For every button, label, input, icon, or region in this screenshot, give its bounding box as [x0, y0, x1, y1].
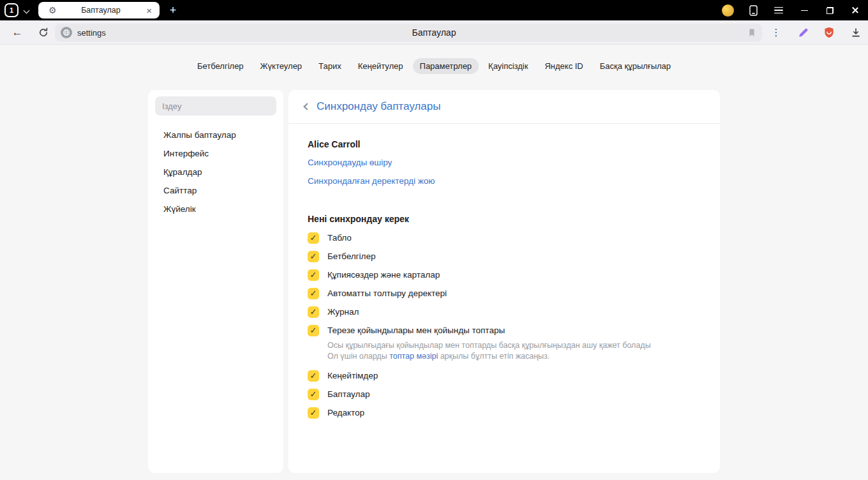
- editor-pen-button[interactable]: [795, 25, 811, 40]
- list-item: ✓ Кеңейтімдер: [308, 366, 701, 385]
- list-item: ✓ Редактор: [308, 403, 701, 422]
- minimize-icon: [801, 10, 808, 11]
- hamburger-icon: [774, 7, 783, 14]
- download-button[interactable]: [848, 25, 864, 40]
- browser-toolbar: ← settings Баптаулар ⋮: [0, 20, 868, 45]
- shield-icon: [824, 27, 834, 38]
- description-line: Ол үшін оларды топтар мәзірі арқылы бұлт…: [327, 351, 701, 362]
- sync-checkbox-list: ✓ Табло: [308, 229, 701, 422]
- settings-nav: Бетбелгілер Жүктеулер Тарих Кеңейтулер П…: [0, 45, 868, 74]
- nav-tab[interactable]: Параметрлер: [413, 58, 479, 74]
- sync-links: Синхрондауды өшіру Синхрондалған деректе…: [308, 156, 701, 188]
- checkmark-icon: ✓: [310, 252, 317, 260]
- search-wrap: [155, 96, 276, 116]
- checkmark-icon: ✓: [310, 409, 317, 417]
- browser-tab[interactable]: ⚙ Баптаулар ×: [38, 2, 160, 19]
- checkbox-label: Құпиясөздер және карталар: [327, 270, 440, 280]
- account-name: Alice Carroll: [308, 138, 701, 151]
- back-button[interactable]: ←: [9, 25, 26, 40]
- address-bar[interactable]: settings: [55, 24, 762, 41]
- checkbox-row[interactable]: ✓ Баптаулар: [308, 385, 701, 403]
- nav-tab[interactable]: Тарих: [311, 58, 348, 74]
- settings-sidebar: Жалпы баптаулар Интерфейс Құралдар Сайтт…: [148, 90, 283, 473]
- nav-tab[interactable]: Кеңейтулер: [351, 58, 410, 74]
- devices-button[interactable]: [740, 0, 766, 20]
- settings-cards: Жалпы баптаулар Интерфейс Құралдар Сайтт…: [0, 90, 868, 473]
- sync-action-link[interactable]: Синхрондалған деректерді жою: [308, 175, 435, 188]
- checkbox-label: Журнал: [327, 307, 359, 317]
- settings-back-button[interactable]: [299, 100, 313, 114]
- nav-tab[interactable]: Яндекс ID: [537, 58, 590, 74]
- checkbox-row[interactable]: ✓ Журнал: [308, 303, 701, 321]
- checkbox-label: Терезе қойындылары мен қойынды топтары: [327, 326, 505, 335]
- groups-menu-link[interactable]: топтар мәзірі: [389, 352, 438, 361]
- nav-tab[interactable]: Басқа құрылғылар: [593, 58, 678, 74]
- titlebar-controls: [715, 0, 868, 20]
- checkbox-description: Осы құрылғыдағы қойындылар мен топтарды …: [327, 340, 701, 361]
- checkbox-row[interactable]: ✓ Бетбелгілер: [308, 247, 701, 266]
- checkbox-label: Бетбелгілер: [327, 251, 375, 261]
- checkbox[interactable]: ✓: [308, 232, 319, 244]
- checkbox[interactable]: ✓: [308, 306, 319, 318]
- avatar-icon: [722, 4, 734, 17]
- checkmark-icon: ✓: [310, 326, 317, 334]
- checkbox[interactable]: ✓: [308, 288, 319, 299]
- section-heading: Нені синхрондау керек: [308, 213, 701, 225]
- checkbox[interactable]: ✓: [308, 325, 319, 336]
- checkbox-label: Баптаулар: [327, 389, 370, 399]
- checkmark-icon: ✓: [310, 371, 317, 380]
- list-item: ✓ Құпиясөздер және карталар: [308, 266, 701, 284]
- menu-button[interactable]: [766, 0, 791, 20]
- maximize-button[interactable]: [817, 0, 842, 20]
- checkbox-row[interactable]: ✓ Редактор: [308, 403, 701, 422]
- tab-group-indicator[interactable]: 1: [4, 3, 19, 17]
- nav-tab[interactable]: Жүктеулер: [253, 58, 310, 74]
- checkbox-label: Редактор: [327, 408, 364, 417]
- checkbox[interactable]: ✓: [308, 251, 319, 262]
- checkbox-row[interactable]: ✓ Құпиясөздер және карталар: [308, 266, 701, 284]
- pen-icon: [798, 27, 809, 38]
- search-input[interactable]: [155, 96, 276, 116]
- checkbox-label: Кеңейтімдер: [327, 371, 378, 380]
- new-tab-button[interactable]: +: [165, 2, 181, 19]
- checkbox[interactable]: ✓: [308, 269, 319, 281]
- site-globe-icon[interactable]: [61, 27, 72, 38]
- checkbox[interactable]: ✓: [308, 389, 319, 400]
- protect-shield-button[interactable]: [821, 25, 837, 40]
- list-item: ✓ Бетбелгілер: [308, 247, 701, 266]
- toolbar-menu-button[interactable]: ⋮: [768, 25, 784, 40]
- nav-tab[interactable]: Қауіпсіздік: [481, 58, 535, 74]
- tab-title: Баптаулар: [57, 6, 146, 15]
- checkbox-label: Автоматты толтыру деректері: [327, 289, 447, 298]
- sidebar-item[interactable]: Интерфейс: [148, 144, 283, 163]
- checkmark-icon: ✓: [310, 289, 317, 297]
- reload-button[interactable]: [35, 25, 52, 40]
- gear-icon: ⚙: [49, 6, 57, 15]
- sidebar-item[interactable]: Құралдар: [148, 163, 283, 181]
- sidebar-item[interactable]: Сайттар: [148, 181, 283, 200]
- minimize-button[interactable]: [791, 0, 817, 20]
- checkbox-row[interactable]: ✓ Табло: [308, 229, 701, 247]
- checkbox-row[interactable]: ✓ Кеңейтімдер: [308, 366, 701, 385]
- list-item: ✓ Журнал: [308, 303, 701, 321]
- profile-avatar[interactable]: [715, 0, 740, 20]
- close-icon: [851, 6, 859, 14]
- close-window-button[interactable]: [842, 0, 868, 20]
- tabs-dropdown-chevron-icon[interactable]: [24, 8, 30, 14]
- maximize-icon: [827, 7, 834, 14]
- sidebar-item[interactable]: Жүйелік: [148, 200, 283, 218]
- checkmark-icon: ✓: [310, 308, 317, 316]
- bookmark-icon: [747, 28, 756, 38]
- checkbox-row[interactable]: ✓ Автоматты толтыру деректері: [308, 284, 701, 303]
- checkbox-row[interactable]: ✓ Терезе қойындылары мен қойынды топтары: [308, 321, 701, 340]
- checkbox[interactable]: ✓: [308, 370, 319, 382]
- bookmark-button[interactable]: [747, 28, 756, 38]
- panel-body: Alice Carroll Синхрондауды өшіру Синхрон…: [288, 124, 720, 422]
- checkbox[interactable]: ✓: [308, 407, 319, 419]
- nav-tab[interactable]: Бетбелгілер: [190, 58, 251, 74]
- phone-icon: [749, 5, 758, 16]
- sidebar-item[interactable]: Жалпы баптаулар: [148, 126, 283, 144]
- sync-action-link[interactable]: Синхрондауды өшіру: [308, 156, 392, 169]
- tab-close-icon[interactable]: ×: [145, 5, 153, 16]
- checkmark-icon: ✓: [310, 234, 317, 242]
